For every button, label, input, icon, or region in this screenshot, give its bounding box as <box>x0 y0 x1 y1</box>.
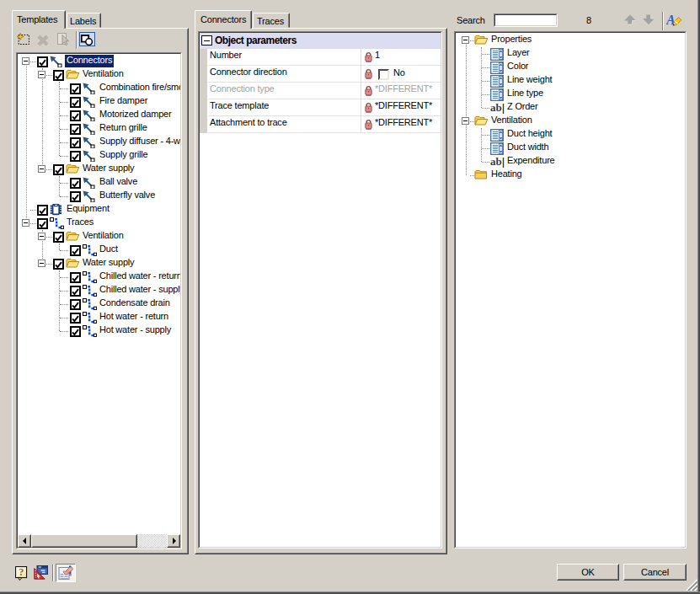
svg-text:?: ? <box>19 566 24 578</box>
